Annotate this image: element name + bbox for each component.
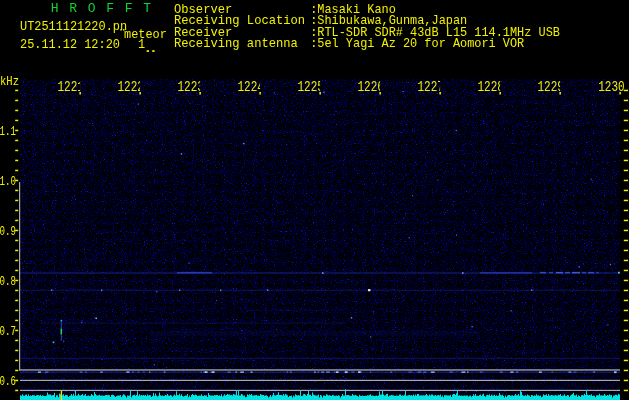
svg-text:UT2511121220.pn: UT2511121220.pn bbox=[20, 20, 127, 34]
svg-text:kHz: kHz bbox=[0, 74, 19, 88]
svg-text:F: F bbox=[125, 1, 133, 16]
svg-text:0.7: 0.7 bbox=[0, 323, 16, 338]
svg-text:O: O bbox=[88, 1, 96, 16]
svg-text:T: T bbox=[143, 1, 151, 16]
svg-text:H: H bbox=[51, 1, 59, 16]
svg-text:25.11.12 12:20: 25.11.12 12:20 bbox=[20, 38, 120, 52]
svg-text:0.9: 0.9 bbox=[0, 223, 16, 238]
svg-text:R: R bbox=[69, 1, 77, 16]
svg-text:1.0: 1.0 bbox=[0, 173, 16, 188]
svg-text:0.6: 0.6 bbox=[0, 373, 16, 388]
svg-text:F: F bbox=[106, 1, 114, 16]
svg-text:meteor: meteor bbox=[124, 28, 167, 42]
svg-text::5el Yagi Az 20 for Aomori VOR: :5el Yagi Az 20 for Aomori VOR bbox=[310, 37, 524, 51]
svg-text:1: 1 bbox=[138, 38, 145, 52]
svg-text:0.8: 0.8 bbox=[0, 273, 16, 288]
svg-text:Receiving antenna: Receiving antenna bbox=[174, 37, 298, 51]
svg-text:1.1: 1.1 bbox=[0, 123, 16, 138]
